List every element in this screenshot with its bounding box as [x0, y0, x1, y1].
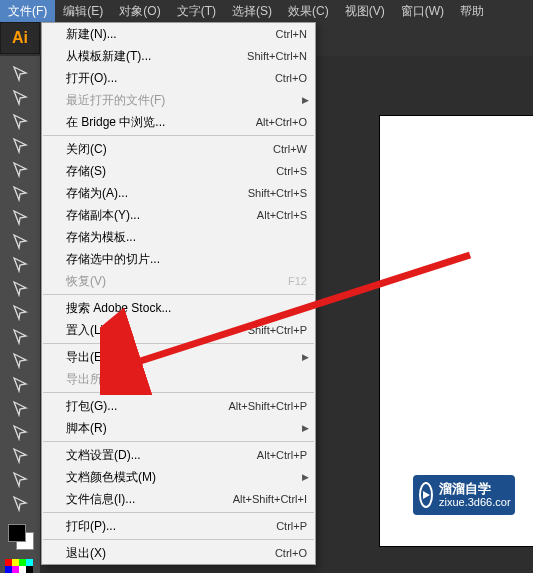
menu-item-shortcut: Ctrl+S [276, 165, 307, 177]
menu-item-21[interactable]: 脚本(R)▶ [42, 417, 315, 439]
menu-item-10[interactable]: 存储为模板... [42, 226, 315, 248]
color-swatches[interactable] [6, 522, 34, 554]
menu-item-label: 存储(S) [66, 163, 276, 180]
menu-item-4[interactable]: 在 Bridge 中浏览...Alt+Ctrl+O [42, 111, 315, 133]
palette-color[interactable] [5, 559, 12, 566]
menu-item-label: 新建(N)... [66, 26, 276, 43]
menu-8[interactable]: 帮助 [452, 0, 492, 22]
menu-item-label: 置入(L)... [66, 322, 248, 339]
file-menu-dropdown: 新建(N)...Ctrl+N从模板新建(T)...Shift+Ctrl+N打开(… [41, 22, 316, 565]
menu-item-shortcut: Ctrl+O [275, 72, 307, 84]
svg-marker-2 [423, 491, 430, 499]
menu-item-14[interactable]: 搜索 Adobe Stock... [42, 297, 315, 319]
menu-item-9[interactable]: 存储副本(Y)...Alt+Ctrl+S [42, 204, 315, 226]
menu-item-25[interactable]: 文件信息(I)...Alt+Shift+Ctrl+I [42, 488, 315, 510]
wand-tool[interactable] [8, 110, 32, 133]
type-tool[interactable] [8, 158, 32, 181]
palette-color[interactable] [12, 559, 19, 566]
menu-item-17[interactable]: 导出(E)▶ [42, 346, 315, 368]
menu-item-shortcut: Ctrl+P [276, 520, 307, 532]
menu-3[interactable]: 文字(T) [169, 0, 224, 22]
menu-item-label: 搜索 Adobe Stock... [66, 300, 307, 317]
menu-item-shortcut: Alt+Ctrl+O [256, 116, 307, 128]
blend-tool[interactable] [8, 492, 32, 515]
mini-palette[interactable] [5, 559, 35, 573]
eyedropper-tool[interactable] [8, 468, 32, 491]
menu-item-24[interactable]: 文档颜色模式(M)▶ [42, 466, 315, 488]
separator [43, 539, 314, 540]
shape-builder-tool[interactable] [8, 396, 32, 419]
menu-item-11[interactable]: 存储选中的切片... [42, 248, 315, 270]
menu-1[interactable]: 编辑(E) [55, 0, 111, 22]
submenu-arrow-icon: ▶ [302, 95, 309, 105]
separator [43, 135, 314, 136]
menu-item-1[interactable]: 从模板新建(T)...Shift+Ctrl+N [42, 45, 315, 67]
menu-item-label: 打开(O)... [66, 70, 275, 87]
menu-item-shortcut: Alt+Shift+Ctrl+I [233, 493, 307, 505]
menu-item-label: 文档颜色模式(M) [66, 469, 307, 486]
menu-item-23[interactable]: 文档设置(D)...Alt+Ctrl+P [42, 444, 315, 466]
palette-color[interactable] [12, 566, 19, 573]
menu-item-15[interactable]: 置入(L)...Shift+Ctrl+P [42, 319, 315, 341]
rotate-tool[interactable] [8, 301, 32, 324]
mesh-tool[interactable] [8, 420, 32, 443]
palette-color[interactable] [26, 559, 33, 566]
menu-item-label: 打包(G)... [66, 398, 228, 415]
menu-item-shortcut: Ctrl+W [273, 143, 307, 155]
submenu-arrow-icon: ▶ [302, 352, 309, 362]
direct-selection-tool[interactable] [8, 86, 32, 109]
gradient-tool[interactable] [8, 444, 32, 467]
menu-item-27[interactable]: 打印(P)...Ctrl+P [42, 515, 315, 537]
menu-item-29[interactable]: 退出(X)Ctrl+O [42, 542, 315, 564]
pen-tool[interactable] [8, 134, 32, 157]
menu-item-18: 导出所选项目... [42, 368, 315, 390]
menu-2[interactable]: 对象(O) [111, 0, 168, 22]
palette-color[interactable] [19, 566, 26, 573]
menu-item-0[interactable]: 新建(N)...Ctrl+N [42, 23, 315, 45]
menu-item-shortcut: Alt+Ctrl+P [257, 449, 307, 461]
submenu-arrow-icon: ▶ [302, 423, 309, 433]
eraser-tool[interactable] [8, 277, 32, 300]
submenu-arrow-icon: ▶ [302, 472, 309, 482]
rectangle-tool[interactable] [8, 205, 32, 228]
selection-tool[interactable] [8, 62, 32, 85]
play-icon [419, 482, 433, 508]
menu-item-12: 恢复(V)F12 [42, 270, 315, 292]
menu-7[interactable]: 窗口(W) [393, 0, 452, 22]
palette-color[interactable] [19, 559, 26, 566]
menu-item-7[interactable]: 存储(S)Ctrl+S [42, 160, 315, 182]
palette-color[interactable] [26, 566, 33, 573]
menu-item-shortcut: Ctrl+N [276, 28, 307, 40]
menu-6[interactable]: 视图(V) [337, 0, 393, 22]
free-transform-tool[interactable] [8, 372, 32, 395]
palette-color[interactable] [5, 566, 12, 573]
menu-item-label: 存储为模板... [66, 229, 307, 246]
menu-item-label: 导出所选项目... [66, 371, 307, 388]
menu-item-8[interactable]: 存储为(A)...Shift+Ctrl+S [42, 182, 315, 204]
tools-panel [0, 56, 40, 573]
separator [43, 392, 314, 393]
menu-item-label: 导出(E) [66, 349, 307, 366]
watermark-title: 溜溜自学 [439, 482, 511, 496]
pencil-tool[interactable] [8, 253, 32, 276]
menu-4[interactable]: 选择(S) [224, 0, 280, 22]
swatch-foreground[interactable] [8, 524, 26, 542]
brush-tool[interactable] [8, 229, 32, 252]
menu-item-label: 存储选中的切片... [66, 251, 307, 268]
menu-item-shortcut: Shift+Ctrl+P [248, 324, 307, 336]
menu-item-label: 脚本(R) [66, 420, 307, 437]
separator [43, 512, 314, 513]
menu-item-6[interactable]: 关闭(C)Ctrl+W [42, 138, 315, 160]
width-tool[interactable] [8, 349, 32, 372]
separator [43, 441, 314, 442]
menu-item-2[interactable]: 打开(O)...Ctrl+O [42, 67, 315, 89]
menu-item-label: 关闭(C) [66, 141, 273, 158]
menu-0[interactable]: 文件(F) [0, 0, 55, 22]
scale-tool[interactable] [8, 325, 32, 348]
menu-item-3: 最近打开的文件(F)▶ [42, 89, 315, 111]
line-tool[interactable] [8, 181, 32, 204]
menu-item-label: 存储为(A)... [66, 185, 248, 202]
menu-item-20[interactable]: 打包(G)...Alt+Shift+Ctrl+P [42, 395, 315, 417]
menu-5[interactable]: 效果(C) [280, 0, 337, 22]
menu-item-label: 从模板新建(T)... [66, 48, 247, 65]
